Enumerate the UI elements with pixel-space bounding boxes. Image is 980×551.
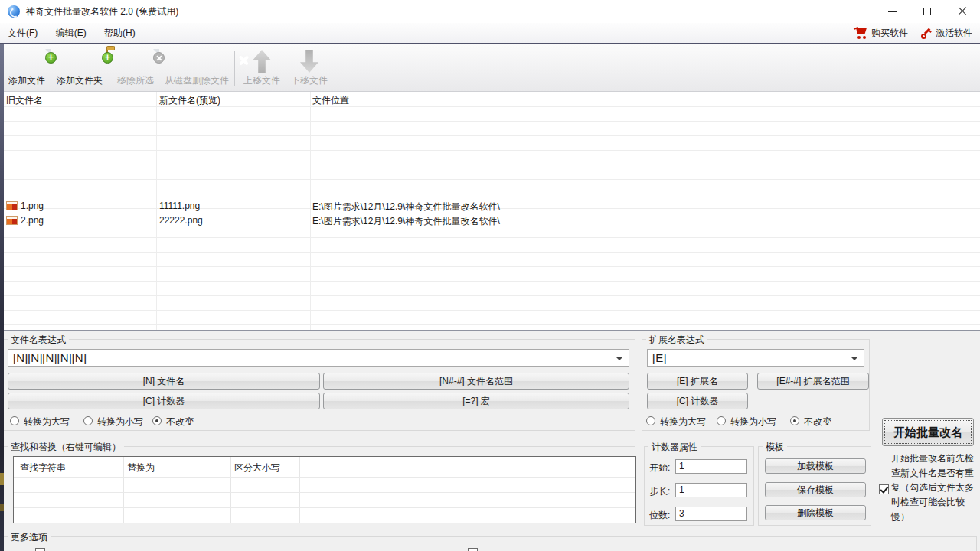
move-up-button: 上移文件 (238, 46, 286, 90)
radio-ext-uppercase[interactable] (646, 416, 655, 425)
activate-software-label: 激活软件 (936, 23, 972, 43)
location-cell: E:\图片需求\12月\12.9\神奇文件批量改名软件\ (312, 215, 500, 228)
insert-ext-counter-button[interactable]: [C] 计数器 (647, 393, 748, 409)
old-name-cell: 1.png (21, 201, 44, 211)
counter-digits-input[interactable]: 3 (675, 507, 747, 521)
menu-item-help[interactable]: 帮助(H) (96, 23, 143, 43)
filename-expression-input[interactable]: [N][N][N][N][N] (8, 349, 629, 367)
chevron-down-icon[interactable] (851, 357, 858, 364)
file-table[interactable]: 旧文件名 新文件名(预览) 文件位置 1.png 11111.png E:\图片… (0, 92, 980, 331)
location-cell: E:\图片需求\12月\12.9\神奇文件批量改名软件\ (312, 201, 500, 214)
column-divider (299, 457, 300, 523)
more-options-checkbox[interactable] (468, 548, 478, 551)
more-options-checkbox[interactable] (35, 548, 45, 551)
radio-name-nochange[interactable] (152, 416, 162, 425)
add-folder-label: 添加文件夹 (52, 74, 107, 87)
counter-properties-title: 计数器属性 (648, 441, 701, 454)
maximize-icon (923, 8, 931, 15)
template-title: 模板 (763, 441, 787, 454)
key-icon (920, 27, 933, 40)
move-down-label: 下移文件 (286, 74, 332, 87)
column-header-case-sensitive[interactable]: 区分大小写 (234, 461, 280, 474)
radio-name-lowercase-label[interactable]: 转换为小写 (97, 416, 143, 429)
find-replace-title: 查找和替换（右键可编辑） (8, 441, 124, 454)
more-options-group: 更多选项 (3, 536, 977, 551)
move-down-button: 下移文件 (286, 46, 332, 90)
delete-from-disk-label: 从磁盘删除文件 (160, 74, 234, 87)
new-name-cell: 22222.png (159, 215, 203, 226)
extension-expression-input[interactable]: [E] (647, 349, 864, 367)
check-duplicates-checkbox[interactable] (879, 484, 889, 494)
insert-name-range-button[interactable]: [N#-#] 文件名范围 (323, 373, 629, 390)
filename-expression-title: 文件名表达式 (8, 334, 69, 347)
maximize-button[interactable] (910, 0, 945, 23)
menu-item-file[interactable]: 文件(F) (0, 23, 45, 43)
more-options-title: 更多选项 (8, 531, 51, 544)
radio-name-nochange-label[interactable]: 不改变 (166, 416, 194, 429)
row-divider (14, 492, 635, 493)
extension-expression-title: 扩展名表达式 (646, 334, 707, 347)
insert-macro-button[interactable]: [=?] 宏 (323, 393, 629, 409)
buy-software-button[interactable]: 购买软件 (848, 23, 914, 43)
image-file-icon (6, 216, 18, 225)
insert-ext-range-button[interactable]: [E#-#] 扩展名范围 (757, 373, 869, 390)
new-name-cell: 11111.png (159, 201, 200, 211)
counter-digits-label: 位数: (649, 509, 670, 522)
minimize-button[interactable] (874, 0, 910, 23)
cart-icon (854, 27, 869, 40)
chevron-down-icon[interactable] (616, 357, 622, 364)
radio-ext-nochange[interactable] (790, 416, 799, 425)
radio-ext-lowercase-label[interactable]: 转换为小写 (730, 416, 776, 429)
options-panel: 文件名表达式 [N][N][N][N][N] [N] 文件名 [N#-#] 文件… (0, 331, 980, 551)
column-divider (123, 457, 124, 523)
counter-start-input[interactable]: 1 (675, 459, 747, 474)
app-icon (8, 5, 20, 18)
template-group: 模板 加载模板 保存模板 删除模板 (758, 446, 871, 526)
move-up-icon (253, 50, 271, 73)
insert-ext-button[interactable]: [E] 扩展名 (647, 373, 748, 390)
column-header-location[interactable]: 文件位置 (312, 94, 349, 107)
minimize-icon (888, 11, 897, 12)
old-name-cell: 2.png (21, 215, 44, 226)
radio-ext-nochange-label[interactable]: 不改变 (804, 416, 831, 429)
radio-name-lowercase[interactable] (83, 416, 93, 425)
close-button[interactable] (945, 0, 980, 23)
extension-expression-value: [E] (652, 351, 666, 364)
activate-software-button[interactable]: 激活软件 (914, 23, 978, 43)
column-divider (230, 457, 231, 523)
menubar: 文件(F) 编辑(E) 帮助(H) 购买软件 激活软件 (0, 23, 980, 43)
remove-selected-icon (158, 49, 159, 61)
table-row[interactable]: 2.png 22222.png E:\图片需求\12月\12.9\神奇文件批量改… (0, 214, 980, 227)
column-header-old-name[interactable]: 旧文件名 (6, 94, 43, 107)
find-replace-table[interactable]: 查找字符串 替换为 区分大小写 (13, 456, 636, 523)
radio-name-uppercase[interactable] (10, 416, 19, 425)
column-header-new-name[interactable]: 新文件名(预览) (159, 94, 220, 107)
insert-name-button[interactable]: [N] 文件名 (8, 373, 320, 390)
radio-name-uppercase-label[interactable]: 转换为大写 (24, 416, 70, 429)
column-header-find[interactable]: 查找字符串 (20, 461, 66, 474)
radio-ext-uppercase-label[interactable]: 转换为大写 (660, 416, 706, 429)
table-row[interactable]: 1.png 11111.png E:\图片需求\12月\12.9\神奇文件批量改… (0, 199, 980, 213)
add-folder-icon (106, 49, 108, 61)
save-template-button[interactable]: 保存模板 (765, 482, 866, 497)
menu-item-edit[interactable]: 编辑(E) (48, 23, 94, 43)
buy-software-label: 购买软件 (871, 23, 908, 43)
delete-template-button[interactable]: 删除模板 (765, 505, 866, 520)
load-template-button[interactable]: 加载模板 (765, 458, 866, 474)
delete-from-disk-button: 从磁盘删除文件 (160, 46, 234, 90)
app-window: 神奇文件批量改名软件 2.0 (免费试用) 文件(F) 编辑(E) 帮助(H) … (0, 0, 980, 551)
column-header-replace[interactable]: 替换为 (127, 461, 155, 474)
counter-start-label: 开始: (649, 461, 670, 474)
toolbar: 添加文件 添加文件夹 移除所选 从磁盘删除文件 上移文件 下移文件 (0, 44, 980, 92)
insert-counter-button[interactable]: [C] 计数器 (8, 393, 320, 409)
counter-step-input[interactable]: 1 (675, 483, 747, 497)
start-rename-button[interactable]: 开始批量改名 (882, 418, 974, 446)
add-folder-button[interactable]: 添加文件夹 (52, 46, 107, 90)
row-divider (14, 477, 635, 478)
toolbar-separator (109, 51, 109, 86)
filename-expression-value: [N][N][N][N][N] (13, 351, 87, 364)
row-divider (14, 507, 635, 508)
move-up-label: 上移文件 (238, 74, 286, 87)
radio-ext-lowercase[interactable] (717, 416, 726, 425)
add-file-button[interactable]: 添加文件 (3, 46, 51, 90)
